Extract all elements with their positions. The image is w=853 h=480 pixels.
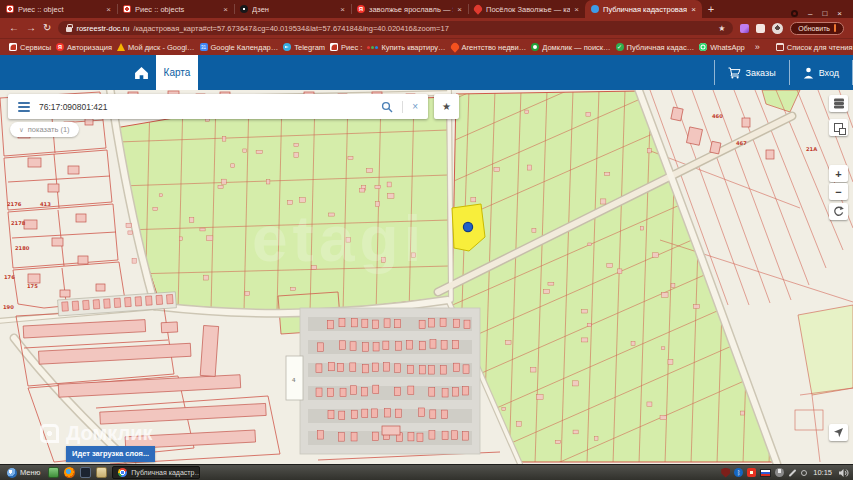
https-lock-icon [66, 27, 72, 32]
window-close-icon[interactable]: × [837, 9, 842, 18]
bookmark-item[interactable]: Агентство недви… [451, 43, 527, 52]
cadastral-search-bar[interactable]: 76:17:090801:421 × [8, 94, 428, 119]
clear-search-icon[interactable]: × [412, 101, 418, 112]
update-extension-button[interactable]: Обновить [790, 22, 844, 35]
titlebar-extension-icon[interactable] [791, 10, 798, 17]
browser-tab[interactable]: Дзен × [234, 0, 351, 18]
browser-tab[interactable]: Риес :: objects × [117, 0, 234, 18]
browser-tab[interactable]: Посёлок Заволжье — карта × [468, 0, 585, 18]
check-icon: ✓ [616, 43, 624, 51]
navigation-arrow-icon [833, 427, 844, 438]
garage-area [286, 308, 480, 454]
volume-icon[interactable] [838, 468, 849, 478]
taskbar-clock[interactable]: 10:15 [811, 468, 834, 477]
pen-tray-icon[interactable] [789, 469, 797, 477]
svg-text:467: 467 [736, 140, 747, 146]
rees-favicon-icon [123, 5, 131, 13]
browser-tab[interactable]: Я заволжье ярославль — Янд × [351, 0, 468, 18]
tab-close-icon[interactable]: × [691, 5, 696, 14]
chevron-down-icon: ∨ [19, 126, 24, 134]
window-minimize-icon[interactable]: – [808, 9, 812, 18]
tab-close-icon[interactable]: × [340, 5, 345, 14]
bookmark-item[interactable]: ЯАвторизация [56, 43, 112, 52]
show-desktop-icon[interactable] [48, 467, 59, 478]
keyboard-layout-flag-icon[interactable] [760, 469, 771, 477]
cadastral-map: 2176 413 2178 2180 176 175 190 460 467 2… [0, 90, 853, 464]
bookmark-item[interactable]: WhatsApp [699, 43, 745, 52]
zoom-in-button[interactable]: + [829, 165, 848, 182]
svg-text:176: 176 [4, 274, 15, 280]
extensions-puzzle-icon[interactable] [756, 24, 765, 33]
bookmark-item[interactable]: Домклик — поиск… [531, 43, 610, 52]
browser-tabbar: Риес :: object × Риес :: objects × Дзен … [0, 0, 853, 18]
reset-view-button[interactable] [829, 203, 848, 220]
rees-icon [330, 43, 338, 51]
bookmark-item[interactable]: Риес : [330, 43, 362, 52]
address-bar[interactable]: rosreestr-doc.ru /кадастровая_карта#ct=5… [58, 21, 733, 35]
tab-map[interactable]: Карта [156, 55, 198, 90]
shield-tray-icon[interactable] [721, 468, 730, 478]
browser-tab[interactable]: Риес :: object × [0, 0, 117, 18]
home-button[interactable] [126, 55, 156, 90]
url-path: /кадастровая_карта#ct=57.673647&cg=40.01… [133, 24, 714, 33]
domclick-icon [531, 43, 539, 51]
bookmark-item[interactable]: 31Google Календар… [200, 43, 279, 52]
reading-list-button[interactable]: Список для чтения [776, 43, 853, 52]
window-controls: – □ × [780, 9, 853, 18]
rees-favicon-icon [6, 5, 14, 13]
map-canvas[interactable]: 2176 413 2178 2180 176 175 190 460 467 2… [0, 90, 853, 464]
reload-icon[interactable]: ↻ [43, 23, 51, 33]
bookmark-item[interactable]: Telegram [283, 43, 325, 52]
whatsapp-icon [699, 43, 707, 51]
taskbar-window-button[interactable]: Публичная кадастр… [112, 466, 200, 479]
red-app-tray-icon[interactable] [747, 468, 756, 477]
taskbar-menu-button[interactable]: Меню [4, 468, 43, 478]
cadastral-favicon-icon [591, 5, 599, 13]
bookmark-item[interactable]: Купить квартиру… [367, 43, 445, 52]
forward-icon[interactable]: → [26, 23, 36, 33]
tab-close-icon[interactable]: × [223, 5, 228, 14]
bookmarks-overflow-icon[interactable]: » [755, 42, 760, 52]
yandex-favicon-icon: Я [357, 5, 365, 13]
services-grid-icon [9, 43, 17, 51]
window-maximize-icon[interactable]: □ [822, 9, 827, 18]
zoom-out-button[interactable]: − [829, 183, 848, 200]
back-icon[interactable]: ← [9, 23, 19, 33]
bookmark-item[interactable]: ✓Публичная кадас… [616, 43, 695, 52]
cart-icon [728, 67, 741, 79]
svg-text:460: 460 [712, 113, 723, 119]
new-tab-button[interactable]: + [702, 0, 720, 18]
login-button[interactable]: Вход [790, 55, 852, 90]
tab-close-icon[interactable]: × [574, 5, 579, 14]
bookmark-item[interactable]: Сервисы [9, 43, 51, 52]
show-results-button[interactable]: ∨ показать (1) [10, 122, 79, 137]
tab-close-icon[interactable]: × [457, 5, 462, 14]
google-drive-icon [117, 43, 125, 51]
profile-avatar[interactable] [772, 23, 783, 34]
bluetooth-icon[interactable]: ᛒ [734, 468, 743, 477]
telegram-icon [283, 43, 291, 51]
search-input[interactable]: 76:17:090801:421 [39, 102, 372, 112]
bookmark-item[interactable]: Мой диск - Googl… [117, 43, 195, 52]
browser-tab-active[interactable]: Публичная кадастровая ка × [585, 0, 702, 18]
locate-button[interactable] [829, 424, 848, 441]
flame-icon [449, 41, 460, 52]
menu-icon[interactable] [18, 102, 30, 112]
measure-area-button[interactable] [829, 119, 848, 136]
pen-extension-icon[interactable] [740, 24, 749, 33]
colored-dots-icon [371, 46, 374, 49]
user-tray-icon[interactable] [775, 468, 784, 477]
bookmark-star-icon[interactable]: ★ [718, 24, 725, 33]
firefox-icon[interactable] [64, 467, 75, 478]
settings-tray-icon[interactable] [801, 470, 807, 476]
parcel-marker[interactable] [463, 222, 472, 231]
layers-button[interactable] [829, 95, 848, 112]
tab-close-icon[interactable]: × [106, 5, 111, 14]
terminal-icon[interactable] [80, 467, 91, 478]
orders-button[interactable]: Заказы [715, 55, 789, 90]
search-icon[interactable] [381, 101, 393, 113]
building [200, 326, 218, 377]
layers-icon [834, 102, 844, 104]
favorites-button[interactable]: ★ [434, 94, 459, 119]
file-manager-icon[interactable] [96, 467, 107, 478]
